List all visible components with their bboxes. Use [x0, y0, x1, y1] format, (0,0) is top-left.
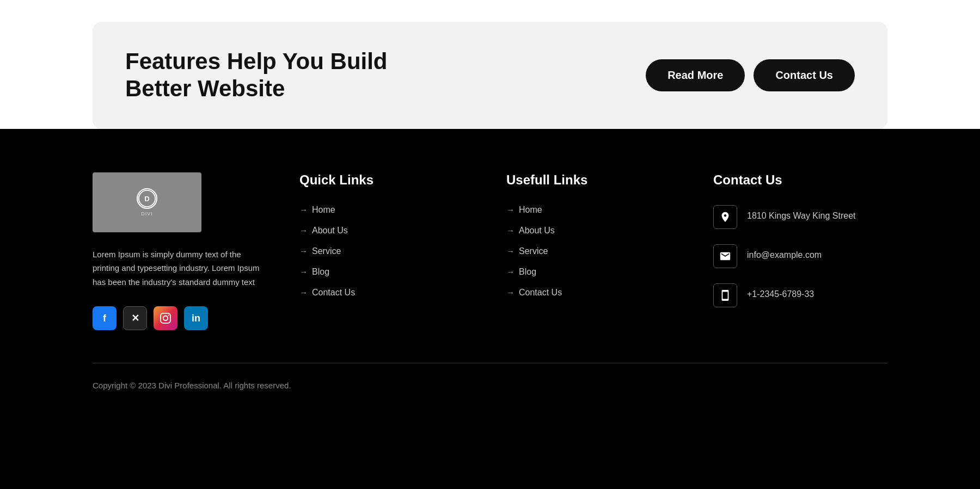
useful-link-blog-anchor[interactable]: → Blog — [506, 267, 681, 277]
arrow-icon: → — [506, 226, 514, 235]
quick-link-service: → Service — [299, 246, 474, 256]
useful-link-contact: → Contact Us — [506, 288, 681, 298]
banner-title: Features Help You Build Better Website — [125, 48, 452, 103]
contact-items: 1810 Kings Way King Street info@example.… — [713, 205, 887, 307]
quick-link-contact-anchor[interactable]: → Contact Us — [299, 288, 474, 298]
contact-email: info@example.com — [747, 244, 822, 262]
useful-link-about-anchor[interactable]: → About Us — [506, 226, 681, 236]
quick-link-blog-anchor[interactable]: → Blog — [299, 267, 474, 277]
quick-link-about-anchor[interactable]: → About Us — [299, 226, 474, 236]
location-icon — [713, 205, 737, 229]
useful-links-column: Usefull Links → Home → About Us → Servic… — [506, 172, 681, 331]
quick-link-contact: → Contact Us — [299, 288, 474, 298]
arrow-icon: → — [506, 205, 514, 214]
footer-grid: D DIVI Lorem Ipsum is simply dummy text … — [93, 172, 887, 363]
arrow-icon: → — [299, 246, 308, 256]
linkedin-icon[interactable]: in — [184, 306, 208, 330]
useful-links-title: Usefull Links — [506, 172, 681, 188]
read-more-button[interactable]: Read More — [646, 59, 745, 91]
useful-link-home: → Home — [506, 205, 681, 215]
useful-link-service: → Service — [506, 246, 681, 256]
arrow-icon: → — [299, 226, 308, 235]
quick-link-home: → Home — [299, 205, 474, 215]
contact-address: 1810 Kings Way King Street — [747, 205, 856, 222]
footer-bottom: Copyright © 2023 Divi Professional. All … — [93, 363, 887, 407]
top-section: Features Help You Build Better Website R… — [0, 0, 980, 129]
contact-column: Contact Us 1810 Kings Way King Street in… — [713, 172, 887, 331]
quick-links-title: Quick Links — [299, 172, 474, 188]
useful-link-contact-anchor[interactable]: → Contact Us — [506, 288, 681, 298]
svg-text:D: D — [144, 195, 150, 203]
quick-link-blog: → Blog — [299, 267, 474, 277]
phone-icon — [713, 283, 737, 307]
useful-links-list: → Home → About Us → Service → Blog → Con… — [506, 205, 681, 298]
email-icon — [713, 244, 737, 268]
contact-title: Contact Us — [713, 172, 887, 188]
facebook-icon[interactable]: f — [93, 306, 117, 330]
contact-us-button[interactable]: Contact Us — [754, 59, 855, 91]
contact-phone-item: +1-2345-6789-33 — [713, 283, 887, 307]
contact-phone: +1-2345-6789-33 — [747, 283, 814, 301]
footer-brand-column: D DIVI Lorem Ipsum is simply dummy text … — [93, 172, 267, 331]
arrow-icon: → — [506, 267, 514, 276]
quick-link-home-anchor[interactable]: → Home — [299, 205, 474, 215]
cta-buttons: Read More Contact Us — [646, 59, 855, 91]
logo-inner: D DIVI — [137, 188, 157, 216]
instagram-icon[interactable] — [154, 306, 177, 330]
quick-links-list: → Home → About Us → Service → Blog → Con… — [299, 205, 474, 298]
footer: D DIVI Lorem Ipsum is simply dummy text … — [0, 129, 980, 363]
contact-email-item: info@example.com — [713, 244, 887, 268]
arrow-icon: → — [506, 246, 514, 256]
footer-logo: D DIVI — [93, 172, 201, 232]
arrow-icon: → — [299, 267, 308, 276]
logo-text: DIVI — [141, 211, 153, 216]
contact-address-item: 1810 Kings Way King Street — [713, 205, 887, 229]
twitter-x-icon[interactable]: ✕ — [123, 306, 147, 330]
quick-link-service-anchor[interactable]: → Service — [299, 246, 474, 256]
useful-link-about: → About Us — [506, 226, 681, 236]
copyright-text: Copyright © 2023 Divi Professional. All … — [93, 381, 887, 390]
useful-link-home-anchor[interactable]: → Home — [506, 205, 681, 215]
useful-link-service-anchor[interactable]: → Service — [506, 246, 681, 256]
social-icons: f ✕ in — [93, 306, 267, 330]
footer-description: Lorem Ipsum is simply dummy text of the … — [93, 247, 267, 289]
arrow-icon: → — [506, 288, 514, 297]
useful-link-blog: → Blog — [506, 267, 681, 277]
logo-circle: D — [137, 188, 157, 209]
quick-links-column: Quick Links → Home → About Us → Service … — [299, 172, 474, 331]
arrow-icon: → — [299, 205, 308, 214]
quick-link-about: → About Us — [299, 226, 474, 236]
arrow-icon: → — [299, 288, 308, 297]
cta-banner: Features Help You Build Better Website R… — [93, 22, 887, 129]
